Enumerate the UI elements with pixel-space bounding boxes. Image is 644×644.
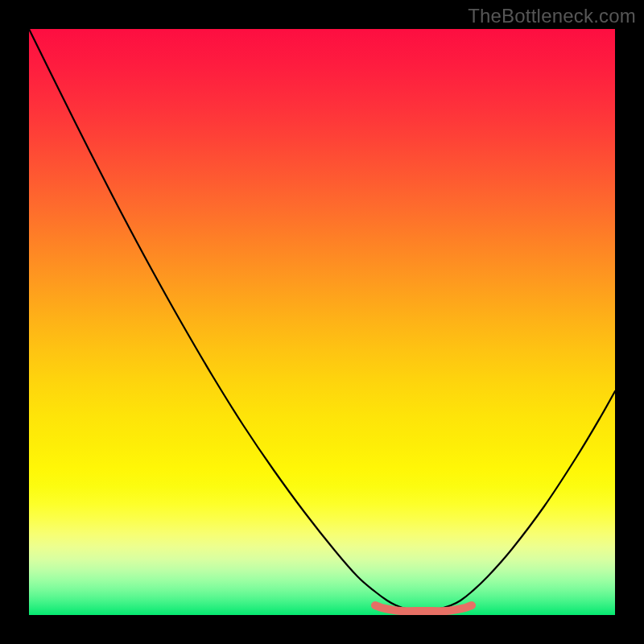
watermark-label: TheBottleneck.com bbox=[468, 5, 636, 27]
gradient-background bbox=[29, 29, 615, 615]
bottleneck-chart bbox=[29, 29, 615, 615]
chart-frame bbox=[29, 29, 615, 615]
